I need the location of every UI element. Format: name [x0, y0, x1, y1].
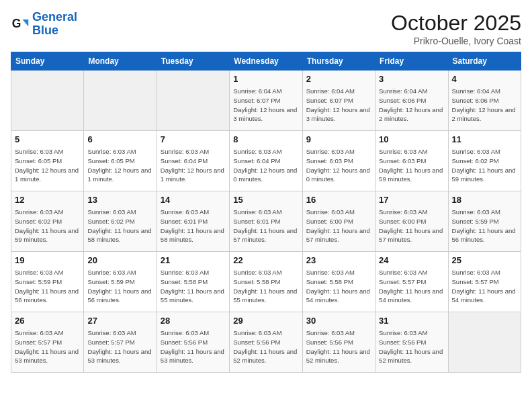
logo: G General Blue — [11, 11, 77, 38]
day-info: Sunrise: 6:03 AM Sunset: 5:56 PM Dayligh… — [161, 328, 226, 365]
calendar-cell: 10Sunrise: 6:03 AM Sunset: 6:03 PM Dayli… — [375, 131, 448, 191]
weekday-header-sunday: Sunday — [11, 52, 84, 71]
day-number: 17 — [379, 194, 444, 206]
week-row-1: 1Sunrise: 6:04 AM Sunset: 6:07 PM Daylig… — [11, 71, 521, 131]
day-number: 27 — [87, 315, 152, 327]
day-info: Sunrise: 6:03 AM Sunset: 5:57 PM Dayligh… — [87, 328, 152, 365]
day-number: 25 — [452, 255, 517, 267]
calendar-cell: 19Sunrise: 6:03 AM Sunset: 5:59 PM Dayli… — [11, 252, 84, 312]
day-number: 22 — [233, 255, 298, 267]
day-info: Sunrise: 6:03 AM Sunset: 6:00 PM Dayligh… — [306, 208, 371, 244]
calendar-body: 1Sunrise: 6:04 AM Sunset: 6:07 PM Daylig… — [11, 71, 521, 373]
header: G General Blue October 2025 Prikro-Ouell… — [11, 11, 521, 46]
day-info: Sunrise: 6:03 AM Sunset: 6:05 PM Dayligh… — [87, 147, 152, 184]
logo-text: General Blue — [32, 11, 77, 38]
calendar-cell: 4Sunrise: 6:04 AM Sunset: 6:06 PM Daylig… — [448, 71, 521, 131]
day-number: 29 — [233, 315, 298, 327]
calendar-cell — [11, 71, 84, 131]
day-number: 18 — [452, 194, 517, 206]
calendar-cell: 26Sunrise: 6:03 AM Sunset: 5:57 PM Dayli… — [11, 312, 84, 373]
calendar-cell: 31Sunrise: 6:03 AM Sunset: 5:56 PM Dayli… — [375, 312, 448, 373]
calendar-cell: 16Sunrise: 6:03 AM Sunset: 6:00 PM Dayli… — [302, 191, 375, 252]
day-number: 21 — [161, 255, 226, 267]
day-info: Sunrise: 6:03 AM Sunset: 6:00 PM Dayligh… — [379, 208, 444, 244]
calendar-cell: 3Sunrise: 6:04 AM Sunset: 6:06 PM Daylig… — [375, 71, 448, 131]
day-info: Sunrise: 6:03 AM Sunset: 5:56 PM Dayligh… — [306, 328, 371, 365]
day-number: 30 — [306, 315, 371, 327]
location: Prikro-Ouelle, Ivory Coast — [391, 36, 521, 46]
logo-line2: Blue — [32, 24, 58, 37]
weekday-header-friday: Friday — [375, 52, 448, 71]
day-number: 7 — [161, 134, 226, 146]
weekday-header-thursday: Thursday — [302, 52, 375, 71]
day-number: 10 — [379, 134, 444, 146]
week-row-3: 12Sunrise: 6:03 AM Sunset: 6:02 PM Dayli… — [11, 191, 521, 252]
day-number: 9 — [306, 134, 371, 146]
calendar-cell: 23Sunrise: 6:03 AM Sunset: 5:58 PM Dayli… — [302, 252, 375, 312]
day-info: Sunrise: 6:04 AM Sunset: 6:06 PM Dayligh… — [379, 87, 444, 124]
calendar-cell — [84, 71, 157, 131]
calendar-cell: 2Sunrise: 6:04 AM Sunset: 6:07 PM Daylig… — [302, 71, 375, 131]
logo-icon: G — [11, 15, 30, 34]
day-info: Sunrise: 6:03 AM Sunset: 6:05 PM Dayligh… — [15, 147, 80, 184]
calendar-cell: 27Sunrise: 6:03 AM Sunset: 5:57 PM Dayli… — [84, 312, 157, 373]
day-info: Sunrise: 6:03 AM Sunset: 5:59 PM Dayligh… — [15, 268, 80, 305]
day-number: 16 — [306, 194, 371, 206]
calendar-cell: 8Sunrise: 6:03 AM Sunset: 6:04 PM Daylig… — [230, 131, 302, 191]
calendar-cell: 1Sunrise: 6:04 AM Sunset: 6:07 PM Daylig… — [230, 71, 302, 131]
day-info: Sunrise: 6:03 AM Sunset: 6:01 PM Dayligh… — [161, 208, 226, 244]
svg-text:G: G — [12, 17, 21, 30]
day-number: 12 — [15, 194, 80, 206]
calendar-cell — [448, 312, 521, 373]
day-number: 15 — [233, 194, 298, 206]
calendar-table: SundayMondayTuesdayWednesdayThursdayFrid… — [11, 52, 521, 373]
weekday-row: SundayMondayTuesdayWednesdayThursdayFrid… — [11, 52, 521, 71]
logo-line1: General — [32, 10, 77, 24]
calendar-cell: 17Sunrise: 6:03 AM Sunset: 6:00 PM Dayli… — [375, 191, 448, 252]
day-number: 4 — [452, 73, 517, 85]
day-number: 6 — [87, 134, 152, 146]
day-number: 19 — [15, 255, 80, 267]
weekday-header-saturday: Saturday — [448, 52, 521, 71]
day-number: 1 — [233, 73, 298, 85]
calendar-cell: 20Sunrise: 6:03 AM Sunset: 5:59 PM Dayli… — [84, 252, 157, 312]
day-info: Sunrise: 6:03 AM Sunset: 6:03 PM Dayligh… — [306, 147, 371, 184]
weekday-header-monday: Monday — [84, 52, 157, 71]
day-info: Sunrise: 6:03 AM Sunset: 6:02 PM Dayligh… — [87, 208, 152, 244]
weekday-header-tuesday: Tuesday — [157, 52, 229, 71]
day-number: 20 — [87, 255, 152, 267]
day-info: Sunrise: 6:03 AM Sunset: 5:58 PM Dayligh… — [306, 268, 371, 305]
day-info: Sunrise: 6:03 AM Sunset: 5:57 PM Dayligh… — [452, 268, 517, 305]
day-number: 8 — [233, 134, 298, 146]
day-info: Sunrise: 6:03 AM Sunset: 5:56 PM Dayligh… — [379, 328, 444, 365]
day-info: Sunrise: 6:03 AM Sunset: 6:04 PM Dayligh… — [161, 147, 226, 184]
calendar-header: SundayMondayTuesdayWednesdayThursdayFrid… — [11, 52, 521, 71]
calendar-cell: 22Sunrise: 6:03 AM Sunset: 5:58 PM Dayli… — [230, 252, 302, 312]
calendar-cell: 7Sunrise: 6:03 AM Sunset: 6:04 PM Daylig… — [157, 131, 229, 191]
calendar-cell: 12Sunrise: 6:03 AM Sunset: 6:02 PM Dayli… — [11, 191, 84, 252]
day-number: 31 — [379, 315, 444, 327]
calendar-cell: 18Sunrise: 6:03 AM Sunset: 5:59 PM Dayli… — [448, 191, 521, 252]
day-info: Sunrise: 6:04 AM Sunset: 6:07 PM Dayligh… — [306, 87, 371, 124]
calendar-cell: 21Sunrise: 6:03 AM Sunset: 5:58 PM Dayli… — [157, 252, 229, 312]
day-info: Sunrise: 6:03 AM Sunset: 6:02 PM Dayligh… — [15, 208, 80, 244]
day-number: 11 — [452, 134, 517, 146]
day-info: Sunrise: 6:04 AM Sunset: 6:06 PM Dayligh… — [452, 87, 517, 124]
calendar-cell: 30Sunrise: 6:03 AM Sunset: 5:56 PM Dayli… — [302, 312, 375, 373]
day-number: 5 — [15, 134, 80, 146]
calendar-cell: 25Sunrise: 6:03 AM Sunset: 5:57 PM Dayli… — [448, 252, 521, 312]
day-info: Sunrise: 6:03 AM Sunset: 5:58 PM Dayligh… — [233, 268, 298, 305]
calendar-cell: 28Sunrise: 6:03 AM Sunset: 5:56 PM Dayli… — [157, 312, 229, 373]
day-info: Sunrise: 6:03 AM Sunset: 5:59 PM Dayligh… — [87, 268, 152, 305]
day-info: Sunrise: 6:03 AM Sunset: 5:57 PM Dayligh… — [379, 268, 444, 305]
day-info: Sunrise: 6:03 AM Sunset: 5:58 PM Dayligh… — [161, 268, 226, 305]
calendar-cell: 29Sunrise: 6:03 AM Sunset: 5:56 PM Dayli… — [230, 312, 302, 373]
day-number: 2 — [306, 73, 371, 85]
day-info: Sunrise: 6:03 AM Sunset: 6:01 PM Dayligh… — [233, 208, 298, 244]
calendar-cell: 11Sunrise: 6:03 AM Sunset: 6:02 PM Dayli… — [448, 131, 521, 191]
calendar-cell — [157, 71, 229, 131]
calendar-cell: 14Sunrise: 6:03 AM Sunset: 6:01 PM Dayli… — [157, 191, 229, 252]
calendar-cell: 15Sunrise: 6:03 AM Sunset: 6:01 PM Dayli… — [230, 191, 302, 252]
day-info: Sunrise: 6:03 AM Sunset: 5:56 PM Dayligh… — [233, 328, 298, 365]
day-info: Sunrise: 6:03 AM Sunset: 6:04 PM Dayligh… — [233, 147, 298, 184]
